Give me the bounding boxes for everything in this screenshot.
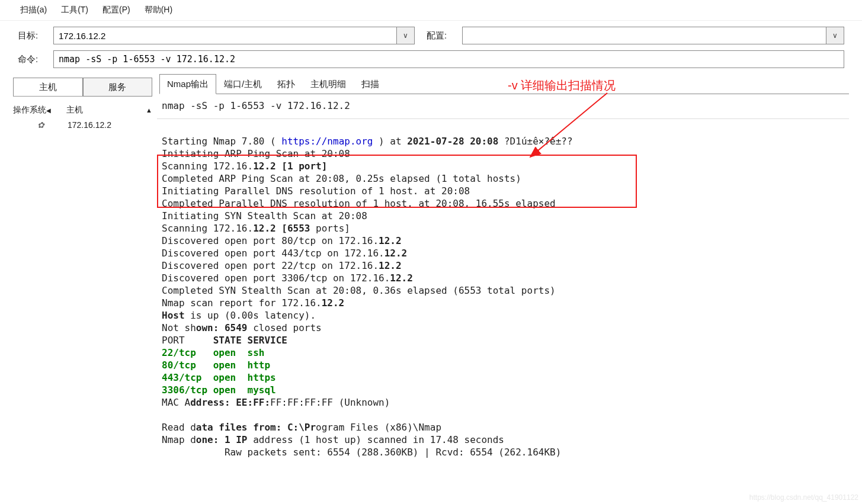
watermark: https://blog.csdn.net/qq_41901122 bbox=[749, 493, 858, 502]
command-echo: nmap -sS -p 1-6553 -v 172.16.12.2 bbox=[157, 94, 849, 119]
row-command: 命令: bbox=[0, 50, 862, 74]
tab-topology[interactable]: 拓扑 bbox=[270, 74, 303, 94]
tab-nmap-output[interactable]: Nmap输出 bbox=[159, 74, 216, 94]
tab-host-details[interactable]: 主机明细 bbox=[303, 74, 354, 94]
os-icon: ✿ bbox=[36, 120, 46, 130]
hosts-button[interactable]: 主机 bbox=[13, 78, 83, 97]
nmap-output: Starting Nmap 7.80 ( https://nmap.org ) … bbox=[157, 119, 849, 499]
target-combo[interactable]: ∨ bbox=[53, 27, 415, 44]
host-list-row[interactable]: ✿ 172.16.12.2 bbox=[13, 118, 152, 132]
tab-scan[interactable]: 扫描 bbox=[354, 74, 387, 94]
menubar: 扫描(a) 工具(T) 配置(P) 帮助(H) bbox=[0, 0, 862, 21]
col-host-label[interactable]: 主机 bbox=[66, 105, 83, 115]
row-target: 目标: ∨ 配置: ∨ bbox=[0, 21, 862, 50]
target-dropdown-button[interactable]: ∨ bbox=[396, 27, 414, 44]
menu-config[interactable]: 配置(P) bbox=[100, 4, 133, 17]
nmap-link[interactable]: https://nmap.org bbox=[281, 136, 373, 147]
chevron-down-icon: ∨ bbox=[403, 31, 408, 40]
command-label: 命令: bbox=[18, 54, 47, 65]
output-tabs: Nmap输出 端口/主机 拓扑 主机明细 扫描 bbox=[159, 74, 849, 94]
config-label: 配置: bbox=[427, 30, 456, 41]
chevron-down-icon: ∨ bbox=[832, 31, 838, 40]
menu-tools[interactable]: 工具(T) bbox=[59, 4, 91, 17]
menu-help[interactable]: 帮助(H) bbox=[142, 4, 175, 17]
target-label: 目标: bbox=[18, 30, 47, 41]
host-ip: 172.16.12.2 bbox=[68, 120, 111, 130]
sort-asc-icon: ▲ bbox=[146, 107, 152, 114]
command-input[interactable] bbox=[53, 50, 844, 68]
left-panel: 主机 服务 操作系统 ◀ 主机 ▲ ✿ 172.16.12.2 bbox=[13, 74, 152, 499]
target-input[interactable] bbox=[54, 27, 396, 44]
chevron-left-icon: ◀ bbox=[46, 107, 51, 114]
menu-scan[interactable]: 扫描(a) bbox=[18, 4, 49, 17]
services-button[interactable]: 服务 bbox=[83, 78, 153, 97]
main-area: 主机 服务 操作系统 ◀ 主机 ▲ ✿ 172.16.12.2 Nmap输出 端… bbox=[0, 74, 862, 504]
config-combo[interactable]: ∨ bbox=[462, 27, 844, 44]
config-dropdown-button[interactable]: ∨ bbox=[826, 27, 844, 44]
right-panel: Nmap输出 端口/主机 拓扑 主机明细 扫描 nmap -sS -p 1-65… bbox=[157, 74, 849, 499]
host-list-header: 操作系统 ◀ 主机 ▲ bbox=[13, 102, 152, 118]
config-input[interactable] bbox=[463, 27, 826, 44]
col-os-label[interactable]: 操作系统 bbox=[13, 105, 46, 115]
tab-ports-hosts[interactable]: 端口/主机 bbox=[216, 74, 270, 94]
